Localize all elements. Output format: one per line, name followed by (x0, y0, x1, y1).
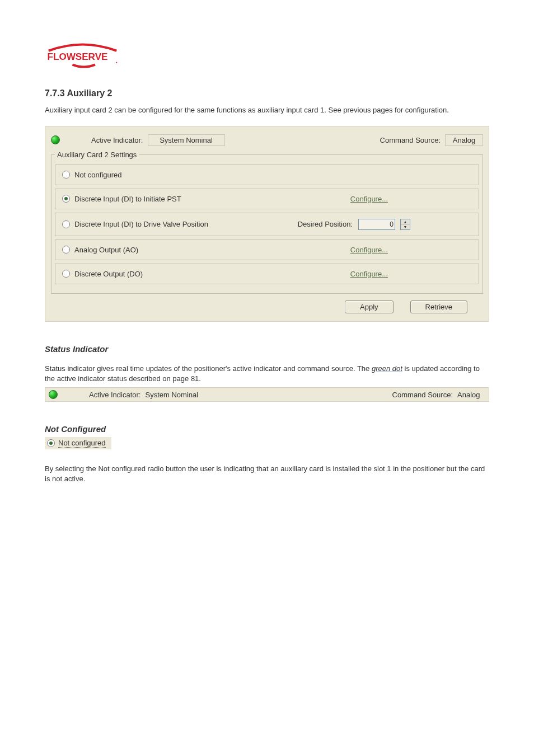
not-configured-inline-label: Not configured (58, 439, 106, 448)
apply-button[interactable]: Apply (345, 300, 394, 313)
option-label: Discrete Input (DI) to Drive Valve Posit… (74, 220, 208, 228)
command-source-value: Analog (445, 134, 483, 146)
spinner-down-icon[interactable]: ▼ (401, 224, 410, 229)
option-label: Discrete Input (DI) to Initiate PST (74, 195, 181, 203)
not-configured-body: By selecting the Not configured radio bu… (45, 464, 489, 484)
radio-not-configured-inline[interactable] (47, 439, 55, 447)
configure-link[interactable]: Configure... (350, 246, 388, 254)
aux2-panel: Active Indicator: System Nominal Command… (45, 126, 489, 322)
option-discrete-output[interactable]: Discrete Output (DO) Configure... (55, 264, 479, 284)
status-indicator-heading: Status Indicator (45, 344, 489, 354)
option-analog-output[interactable]: Analog Output (AO) Configure... (55, 240, 479, 260)
radio-analog-output[interactable] (62, 246, 70, 253)
radio-di-initiate-pst[interactable] (62, 195, 70, 203)
status-dot-icon (49, 390, 58, 399)
desired-position-group: Desired Position: 0 ▲ ▼ (298, 219, 410, 230)
radio-not-configured[interactable] (62, 171, 70, 179)
configure-link[interactable]: Configure... (350, 270, 388, 278)
spinner-up-icon[interactable]: ▲ (401, 219, 410, 225)
active-indicator-label: Active Indicator: (91, 136, 143, 144)
status-dot-icon (51, 135, 60, 144)
intro-text: Auxiliary input card 2 can be configured… (45, 105, 489, 116)
green-dot-label: green dot (372, 364, 402, 373)
desired-position-spinner[interactable]: ▲ ▼ (400, 219, 410, 230)
svg-text:FLOWSERVE: FLOWSERVE (48, 51, 108, 62)
desired-position-input[interactable]: 0 (358, 219, 395, 230)
retrieve-button[interactable]: Retrieve (410, 300, 467, 313)
radio-discrete-output[interactable] (62, 270, 70, 278)
active-indicator-value: System Nominal (146, 391, 199, 399)
command-source-label: Command Source: (392, 391, 453, 399)
radio-di-drive-valve[interactable] (62, 220, 70, 228)
section-title: 7.7.3 Auxiliary 2 (45, 88, 489, 98)
status-indicator-text: Status indicator gives real time updates… (45, 364, 489, 384)
option-di-initiate-pst[interactable]: Discrete Input (DI) to Initiate PST Conf… (55, 189, 479, 209)
svg-point-1 (116, 62, 117, 63)
option-label: Not configured (74, 171, 122, 179)
aux-card-2-legend: Auxiliary Card 2 Settings (55, 151, 139, 159)
desired-position-label: Desired Position: (298, 220, 353, 228)
active-indicator-label: Active Indicator: (89, 391, 141, 399)
aux-card-2-settings-group: Auxiliary Card 2 Settings Not configured… (51, 151, 483, 294)
not-configured-inline[interactable]: Not configured (45, 437, 111, 449)
option-label: Discrete Output (DO) (74, 270, 143, 278)
command-source-label: Command Source: (380, 136, 441, 144)
command-source-value: Analog (457, 391, 485, 399)
configure-link[interactable]: Configure... (350, 195, 388, 203)
panel-status-bar: Active Indicator: System Nominal Command… (51, 132, 483, 151)
not-configured-heading: Not Configured (45, 424, 489, 434)
option-label: Analog Output (AO) (74, 246, 138, 254)
flowserve-logo: FLOWSERVE (45, 39, 489, 72)
option-not-configured[interactable]: Not configured (55, 165, 479, 185)
option-di-drive-valve[interactable]: Discrete Input (DI) to Drive Valve Posit… (55, 213, 479, 236)
status-strip: Active Indicator: System Nominal Command… (45, 387, 489, 402)
active-indicator-value: System Nominal (148, 134, 225, 146)
